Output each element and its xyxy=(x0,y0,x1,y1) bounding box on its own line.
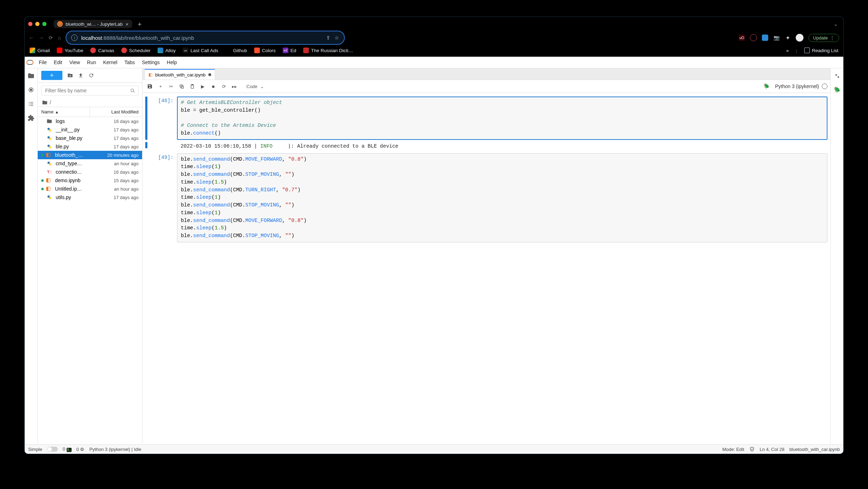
debugger-panel-icon[interactable]: 🪲 xyxy=(833,86,841,94)
file-row[interactable]: logs16 days ago xyxy=(38,117,142,125)
bookmark-canvas[interactable]: Canvas xyxy=(90,48,114,53)
reading-list-button[interactable]: Reading List xyxy=(804,48,838,53)
jupyter-logo-icon[interactable] xyxy=(25,60,35,65)
save-button[interactable] xyxy=(145,82,154,91)
code-input-46[interactable]: # Get ArtemisBLEController object ble = … xyxy=(177,97,827,140)
debugger-icon[interactable]: 🪲 xyxy=(763,83,770,89)
bookmark-youtube[interactable]: YouTube xyxy=(57,48,83,53)
bookmark-alloy[interactable]: Alloy xyxy=(158,48,176,53)
github-icon xyxy=(225,48,231,53)
file-row[interactable]: utils.py17 days ago xyxy=(38,193,142,202)
extensions-puzzle-icon[interactable]: ✦ xyxy=(784,35,791,41)
menu-tabs[interactable]: Tabs xyxy=(121,57,139,68)
simple-mode-toggle[interactable] xyxy=(47,447,58,452)
bookmark-colors[interactable]: Colors xyxy=(254,48,276,53)
address-bar[interactable]: i localhost:8888/lab/tree/bluetooth_with… xyxy=(66,31,345,45)
kernel-selector[interactable]: Python 3 (ipykernel) xyxy=(775,83,827,89)
code-cell-49[interactable]: [49]: ble.send_command(CMD.MOVE_FORWARD,… xyxy=(145,153,827,242)
bookmark-lastcallads[interactable]: ooLast Call Ads xyxy=(183,48,218,53)
blocker-extension-icon[interactable] xyxy=(750,34,757,41)
file-filter-box[interactable] xyxy=(41,86,139,95)
home-icon[interactable]: ⌂ xyxy=(58,35,61,41)
tabs-overflow-icon[interactable]: ⌄ xyxy=(832,21,840,27)
file-list-header: Name ▴ Last Modified xyxy=(38,107,142,117)
svg-point-4 xyxy=(29,104,30,104)
file-row[interactable]: Y:connectio…16 days ago xyxy=(38,168,142,176)
browser-tab[interactable]: bluetooth_wi… - JupyterLab × xyxy=(54,20,132,28)
bookmarks-overflow-icon[interactable]: » xyxy=(786,48,789,53)
fast-forward-button[interactable]: ▸▸ xyxy=(230,82,239,91)
bookmark-gmail[interactable]: Gmail xyxy=(30,48,50,53)
menu-view[interactable]: View xyxy=(66,57,84,68)
toc-tab-icon[interactable] xyxy=(27,100,35,108)
cell-type-select[interactable]: Code ⌄ xyxy=(244,83,267,90)
camera-extension-icon[interactable]: 📷 xyxy=(773,35,780,41)
ublock-extension-icon[interactable]: uO xyxy=(739,35,745,41)
bookmark-russian-dict[interactable]: The Russian Dicti… xyxy=(303,48,353,53)
menu-settings[interactable]: Settings xyxy=(139,57,164,68)
share-icon[interactable]: ⇪ xyxy=(326,35,330,41)
cut-button[interactable]: ✂ xyxy=(166,82,176,91)
file-row[interactable]: ble.py17 days ago xyxy=(38,142,142,151)
close-window-dot[interactable] xyxy=(28,22,32,26)
extension-square-icon[interactable] xyxy=(762,35,768,41)
bookmark-scheduler[interactable]: Scheduler xyxy=(121,48,151,53)
terminals-count[interactable]: 0 $_ xyxy=(63,446,72,452)
reload-icon[interactable]: ⟳ xyxy=(49,35,53,41)
menu-kernel[interactable]: Kernel xyxy=(99,57,121,68)
file-row[interactable]: cmd_type…an hour ago xyxy=(38,159,142,168)
menu-help[interactable]: Help xyxy=(163,57,181,68)
file-row[interactable]: bluetooth_…20 minutes ago xyxy=(38,151,142,159)
insert-cell-button[interactable]: ＋ xyxy=(156,82,165,91)
refresh-icon[interactable] xyxy=(88,73,94,78)
col-modified-header[interactable]: Last Modified xyxy=(90,107,142,117)
copy-button[interactable] xyxy=(177,82,186,91)
bookmark-github[interactable]: Github xyxy=(225,48,247,53)
kernels-count[interactable]: 0 ⚙ xyxy=(77,447,85,452)
trust-icon[interactable] xyxy=(749,446,755,452)
close-tab-icon[interactable]: × xyxy=(126,21,129,27)
file-row[interactable]: demo.ipynb15 days ago xyxy=(38,176,142,185)
new-tab-button[interactable]: ＋ xyxy=(135,20,144,28)
notebook-tab[interactable]: ◧ bluetooth_with_car.ipynb xyxy=(145,69,215,80)
breadcrumb-root[interactable]: / xyxy=(50,100,51,105)
folder-file-icon xyxy=(47,118,53,124)
menu-file[interactable]: File xyxy=(35,57,50,68)
extensions-tab-icon[interactable] xyxy=(27,114,35,122)
running-tab-icon[interactable] xyxy=(27,86,35,94)
browser-tab-title: bluetooth_wi… - JupyterLab xyxy=(66,21,123,27)
update-button[interactable]: Update ⋮ xyxy=(808,34,839,42)
code-cell-46[interactable]: [46]: # Get ArtemisBLEController object … xyxy=(145,97,827,140)
svg-point-27 xyxy=(49,197,51,199)
code-input-49[interactable]: ble.send_command(CMD.MOVE_FORWARD, "0.8"… xyxy=(177,153,827,242)
property-inspector-icon[interactable] xyxy=(833,72,841,80)
svg-line-11 xyxy=(133,91,134,92)
minimize-window-dot[interactable] xyxy=(35,22,39,26)
run-button[interactable]: ▶ xyxy=(198,82,207,91)
file-browser-tab-icon[interactable] xyxy=(27,72,35,80)
kernel-status[interactable]: Python 3 (ipykernel) | Idle xyxy=(89,447,141,452)
bookmark-ed[interactable]: edEd xyxy=(283,48,297,53)
upload-icon[interactable] xyxy=(78,73,84,78)
bookmark-star-icon[interactable]: ☆ xyxy=(335,35,339,41)
back-icon[interactable]: ← xyxy=(29,35,34,41)
stop-button[interactable]: ■ xyxy=(209,82,218,91)
file-row[interactable]: __init__.py17 days ago xyxy=(38,125,142,134)
menu-edit[interactable]: Edit xyxy=(50,57,66,68)
forward-icon[interactable]: → xyxy=(39,35,44,41)
site-info-icon[interactable]: i xyxy=(71,35,78,41)
file-row[interactable]: base_ble.py17 days ago xyxy=(38,134,142,142)
col-name-header[interactable]: Name ▴ xyxy=(38,107,90,117)
file-filter-input[interactable] xyxy=(44,87,130,94)
file-row[interactable]: Untitled.ip…an hour ago xyxy=(38,185,142,193)
new-folder-icon[interactable] xyxy=(67,73,73,78)
restart-button[interactable]: ⟳ xyxy=(219,82,228,91)
new-launcher-button[interactable]: + xyxy=(41,71,62,80)
menu-run[interactable]: Run xyxy=(84,57,100,68)
file-name: base_ble.py xyxy=(56,135,94,141)
profile-avatar-icon[interactable] xyxy=(796,34,803,42)
notebook-body[interactable]: [46]: # Get ArtemisBLEController object … xyxy=(142,93,830,444)
breadcrumb[interactable]: / xyxy=(38,98,142,107)
paste-button[interactable] xyxy=(188,82,197,91)
zoom-window-dot[interactable] xyxy=(42,22,47,26)
